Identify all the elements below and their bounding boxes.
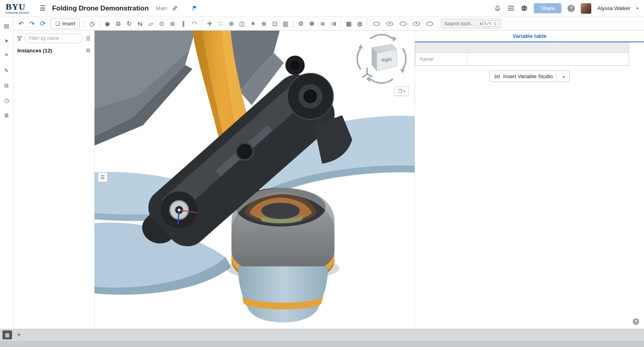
linked-documents-icon[interactable]: ⧉: [2, 81, 11, 89]
link-icon[interactable]: [171, 5, 179, 12]
variable-table-new-row[interactable]: Name: [415, 53, 629, 66]
planar-mate-icon[interactable]: ▱: [145, 19, 156, 29]
globe-icon[interactable]: [520, 5, 528, 12]
insert-variable-studio-button[interactable]: (x) Insert Variable Studio ▴: [489, 71, 570, 82]
variable-table-panel: Variable table Name (x) Insert Variable …: [415, 31, 644, 329]
filter-funnel-icon[interactable]: [16, 36, 23, 41]
view-cube[interactable]: Right: [355, 32, 408, 85]
toolbar-separator: [84, 19, 85, 28]
curve-tool-icons: [371, 19, 435, 29]
belts-icon[interactable]: ≋: [317, 19, 328, 29]
routing-icon[interactable]: ⇉: [328, 19, 339, 29]
toolbar-icons: ◷◉⧉↻⇆▱⊙⊚∥◠✛∷⊛◫✶⊕⊡▥⚙☸≋⇉▦◍: [87, 19, 365, 29]
linear-pattern-icon[interactable]: ∷: [215, 19, 226, 29]
user-menu-caret-icon[interactable]: ▾: [636, 6, 638, 10]
snapshot-icon[interactable]: ⊡: [269, 19, 280, 29]
slider-mate-icon[interactable]: ⇆: [134, 19, 145, 29]
model-viewport[interactable]: Right ❒ ▾ ☰: [95, 31, 415, 329]
apps-grid-icon[interactable]: [507, 5, 514, 12]
insert-button[interactable]: ❏ Insert: [51, 19, 80, 29]
toolbar-separator: [202, 19, 202, 28]
undo-button[interactable]: ↶: [16, 19, 27, 29]
sketch-curve-3-icon[interactable]: [398, 19, 409, 29]
circular-pattern-icon[interactable]: ⊛: [226, 19, 237, 29]
insert-button-label: Insert: [62, 21, 76, 27]
bottom-strip: [0, 341, 644, 347]
redo-button[interactable]: ↷: [27, 19, 37, 29]
help-icon[interactable]: ?: [568, 5, 575, 12]
share-button[interactable]: Share: [534, 3, 561, 13]
variable-studio-icon: (x): [495, 74, 500, 79]
caret-down-icon: ▾: [403, 89, 405, 93]
frames-icon[interactable]: ☸: [306, 19, 317, 29]
insert-variable-studio-label: Insert Variable Studio: [503, 73, 553, 79]
named-positions-icon[interactable]: ⊕: [258, 19, 269, 29]
toolbar-separator: [99, 19, 100, 28]
byu-logo[interactable]: BYU Enterprise Account: [6, 2, 29, 15]
add-tab-button[interactable]: +: [14, 329, 24, 341]
cube-icon: ❒: [398, 89, 402, 94]
parallel-mate-icon[interactable]: ∥: [178, 19, 189, 29]
sketch-curve-1-icon[interactable]: [371, 19, 382, 29]
comments-icon[interactable]: ❝: [2, 52, 11, 60]
axis-triad: [362, 68, 373, 77]
bom-icon[interactable]: ▥: [280, 19, 291, 29]
new-variable-name-placeholder[interactable]: Name: [415, 53, 468, 65]
insert-studio-caret-icon[interactable]: ▴: [559, 74, 568, 79]
main-menu-icon[interactable]: ☰: [39, 4, 45, 12]
byu-logo-subtext: Enterprise Account: [6, 12, 29, 15]
explode-icon[interactable]: ✶: [248, 19, 258, 29]
cylindrical-mate-icon[interactable]: ⊙: [156, 19, 167, 29]
configurations-icon[interactable]: ⚙: [295, 19, 306, 29]
group-icon[interactable]: ⧉: [113, 19, 124, 29]
sketch-curve-2-icon[interactable]: [384, 19, 395, 29]
revolute-mate-icon[interactable]: ↻: [124, 19, 134, 29]
main-toolbar: ↶ ↷ ⟳ ❏ Insert ◷◉⧉↻⇆▱⊙⊚∥◠✛∷⊛◫✶⊕⊡▥⚙☸≋⇉▦◍ …: [13, 17, 644, 31]
mate-icon[interactable]: ◉: [102, 19, 113, 29]
list-options-icon[interactable]: ☰: [85, 35, 91, 42]
feature-list-icon[interactable]: ▤: [2, 22, 11, 30]
panel-help-icon[interactable]: ?: [633, 318, 639, 325]
mirror-icon[interactable]: ◫: [237, 19, 248, 29]
appearance-icon[interactable]: ◍: [354, 19, 365, 29]
filter-input[interactable]: [25, 33, 83, 43]
instances-header: Instances (12) ⧉: [13, 45, 94, 56]
sketch-curve-4-icon[interactable]: [411, 19, 422, 29]
search-shortcut-chip: alt/⌥ c: [477, 21, 498, 27]
toolbar-separator: [341, 19, 341, 28]
instances-panel: ☰ Instances (12) ⧉: [13, 31, 95, 329]
variable-table-header: [415, 42, 629, 53]
left-icon-strip: ▤➤❝✎⧉◷≣: [0, 17, 13, 329]
properties-icon[interactable]: ≣: [2, 111, 11, 119]
instances-label: Instances (12): [17, 48, 52, 54]
version-flag-icon[interactable]: [192, 5, 199, 12]
search-tools-placeholder: Search tools...: [444, 21, 475, 27]
button-divider: [556, 71, 556, 81]
sketch-curve-5-icon[interactable]: [424, 19, 435, 29]
ball-mate-icon[interactable]: ⊚: [167, 19, 178, 29]
insert-instance-icon[interactable]: ⧉: [87, 47, 90, 54]
app-header: BYU Enterprise Account ☰ Folding Drone D…: [0, 0, 644, 17]
toolbar-separator: [367, 19, 367, 28]
new-row-empty: [468, 53, 630, 65]
drawing-icon[interactable]: ▦: [343, 19, 354, 29]
user-avatar[interactable]: [581, 3, 591, 14]
mate-connector-icon[interactable]: ✛: [204, 19, 215, 29]
notifications-bell-icon[interactable]: [494, 5, 501, 12]
feature-panel-toggle[interactable]: ☰: [98, 172, 107, 182]
edit-document-icon[interactable]: ✎: [2, 66, 11, 75]
workspace-name[interactable]: Main: [156, 5, 167, 11]
rollback-history-icon[interactable]: ◷: [87, 19, 97, 29]
tab-manager-button[interactable]: ▦: [2, 330, 12, 339]
view-cube-faces: Right: [372, 44, 397, 71]
filter-row: ☰: [13, 31, 94, 45]
byu-logo-text: BYU: [6, 2, 29, 11]
user-name: Alyssa Walker: [597, 5, 630, 11]
sync-icon[interactable]: ⟳: [37, 19, 48, 29]
toolbar-separator: [293, 19, 293, 28]
search-tools-box[interactable]: Search tools... alt/⌥ c: [441, 19, 502, 29]
follow-mode-icon[interactable]: ➤: [2, 37, 11, 45]
history-icon[interactable]: ◷: [2, 96, 11, 104]
tangent-mate-icon[interactable]: ◠: [189, 19, 200, 29]
view-menu-button[interactable]: ❒ ▾: [394, 86, 409, 96]
